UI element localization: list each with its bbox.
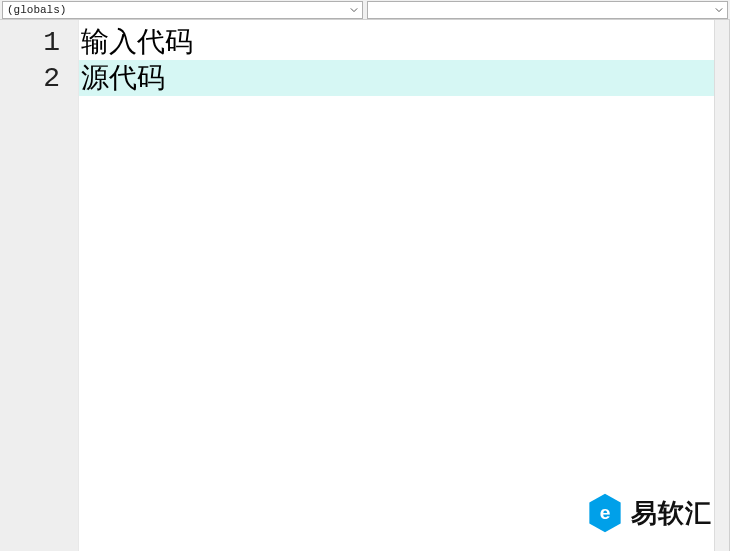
toolbar: (globals) <box>0 0 730 20</box>
code-text-area[interactable]: 输入代码 源代码 e 易软汇 <box>78 20 730 551</box>
scope-dropdown-value: (globals) <box>7 4 66 16</box>
watermark: e 易软汇 <box>587 493 712 533</box>
chevron-down-icon <box>350 6 358 14</box>
vertical-scrollbar[interactable] <box>714 20 730 551</box>
code-line[interactable]: 源代码 <box>79 60 730 96</box>
chevron-down-icon <box>715 6 723 14</box>
svg-text:e: e <box>600 502 611 523</box>
editor: 1 2 输入代码 源代码 e 易软汇 <box>0 20 730 551</box>
line-number: 1 <box>0 27 78 58</box>
symbol-dropdown[interactable] <box>367 1 728 19</box>
watermark-text: 易软汇 <box>631 496 712 531</box>
code-line[interactable]: 输入代码 <box>79 24 730 60</box>
scope-dropdown[interactable]: (globals) <box>2 1 363 19</box>
line-number: 2 <box>0 63 78 94</box>
brand-logo-icon: e <box>587 493 623 533</box>
line-number-gutter: 1 2 <box>0 20 78 551</box>
